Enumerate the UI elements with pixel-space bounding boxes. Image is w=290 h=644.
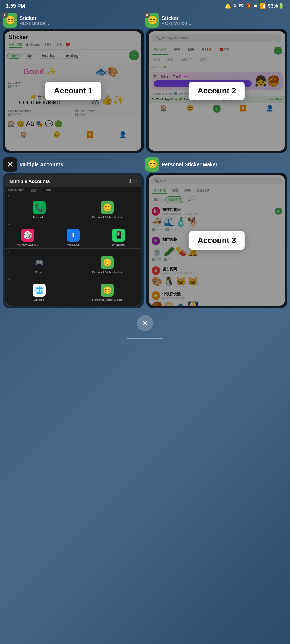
acc-facebook[interactable]: f Facebook (50, 226, 96, 248)
facebook-icon: f (67, 229, 80, 242)
multi-acc-header: Multiple Accounts ℹ ≡ (5, 175, 141, 187)
multi-app-info: Multiple Accounts (20, 162, 63, 167)
multi-acc-header-icons: ℹ ≡ (129, 178, 137, 184)
acc-steam[interactable]: 🎮 Steam (5, 254, 73, 276)
psm-label-4: Personal Sticker Maker (92, 271, 123, 274)
psm-icon-2: 😊 (101, 201, 114, 214)
acc-psm-4[interactable]: 😊 Personal Sticker Maker (73, 254, 141, 276)
status-icons: 🔔 ✕ ✉ 🔕 ⏺ 📶 93%🔋 (225, 3, 284, 9)
acc-header-xin: 信信 (31, 188, 37, 193)
acc-section-5: 5 🌐 Chrome 😊 Personal Sticker Maker (5, 276, 141, 304)
steam-icon: 🎮 (33, 256, 46, 269)
app-entry-4[interactable]: 😊 Personal Sticker Maker (145, 157, 287, 172)
acc-whatsapp[interactable]: 📱 WhatsApp (96, 226, 141, 248)
acc-section-4: 4 🎮 Steam 😊 Personal Sticker Maker (5, 249, 141, 276)
app-entry-3[interactable]: ✕ Multiple Accounts (3, 157, 145, 172)
psm-icon-4: 😊 (101, 256, 114, 269)
app-info-1: Sticker Packs(Multiple... (20, 15, 49, 25)
close-button[interactable]: ✕ (137, 315, 153, 331)
chrome-icon: 🌐 (33, 284, 46, 297)
truecaller-label: Truecaller (33, 216, 45, 219)
account-2-card[interactable]: 🔍 happy birthday 為你精選 動態 精選 熱門🔥 🧧新年 + 最新… (146, 29, 287, 153)
psm-app-icon: 😊 (145, 157, 160, 172)
acc-section-apps-5: 🌐 Chrome 😊 Personal Sticker Maker (5, 281, 141, 304)
acc-section-header-0: ShareChat 信信 Gmail (5, 187, 141, 194)
account-2-label: Account 2 (189, 82, 245, 100)
acc-num-4: 4 (5, 249, 141, 254)
multi-acc-card[interactable]: Multiple Accounts ℹ ≡ ShareChat 信信 Gmail… (3, 173, 144, 308)
mail-icon: ✉ (239, 3, 243, 9)
home-indicator-bar[interactable] (127, 338, 163, 339)
acc-psm-2[interactable]: 😊 Personal Sticker Maker (73, 199, 141, 221)
multi-app-icon: ✕ (3, 157, 17, 172)
multi-acc-app: Multiple Accounts ℹ ≡ ShareChat 信信 Gmail… (5, 175, 141, 306)
app-header-row: ✕ 😊 Sticker Packs(Multiple... ✕ 😊 Sticke… (0, 12, 290, 29)
app-name-1: Sticker (20, 15, 49, 21)
app-entry-1[interactable]: ✕ 😊 Sticker Packs(Multiple... (3, 13, 145, 28)
psm-label-5: Personal Sticker Maker (92, 298, 123, 301)
acc-num-2: 2 (5, 194, 141, 199)
close-icon: ✕ (233, 3, 237, 8)
app-sub-2: Packs(Multiple... (162, 21, 191, 25)
chrome-label: Chrome (34, 298, 44, 301)
monopoly-label: MONOPOLY GO (17, 243, 39, 246)
cards-grid-top: Sticker For you Animate HD LOVE❤️ ≡ New … (0, 29, 290, 153)
acc-section-apps-4: 🎮 Steam 😊 Personal Sticker Maker (5, 254, 141, 276)
facebook-label: Facebook (67, 243, 79, 246)
acc-section-apps-3: 🎲 MONOPOLY GO f Facebook 📱 WhatsApp (5, 226, 141, 248)
cards-grid-bottom: Multiple Accounts ℹ ≡ ShareChat 信信 Gmail… (0, 173, 290, 308)
close-app-2[interactable]: ✕ (144, 12, 150, 18)
account-1-label: Account 1 (45, 82, 101, 100)
multi-app-name: Multiple Accounts (20, 162, 63, 167)
add-account-row: + (5, 304, 141, 306)
app-header-row-2: ✕ Multiple Accounts 😊 Personal Sticker M… (0, 156, 290, 173)
steam-label: Steam (35, 271, 43, 274)
app-info-2: Sticker Packs(Multiple... (162, 15, 191, 25)
wifi-icon: 📶 (260, 3, 266, 9)
truecaller-icon: 📞 (33, 201, 46, 214)
record-icon: ⏺ (254, 4, 257, 8)
psm-app-name: Personal Sticker Maker (162, 162, 218, 167)
monopoly-icon: 🎲 (21, 229, 34, 242)
header-info-icon[interactable]: ℹ (129, 178, 131, 184)
section-divider (0, 153, 290, 156)
acc-num-3: 3 (5, 221, 141, 226)
whatsapp-icon: 📱 (112, 229, 125, 242)
multi-acc-title: Multiple Accounts (9, 179, 50, 184)
psm-label-2: Personal Sticker Maker (92, 216, 123, 219)
acc-section-2: 2 📞 Truecaller 😊 Personal Sticker Maker (5, 194, 141, 221)
app-name-2: Sticker (162, 15, 191, 21)
acc-header-gmail: Gmail (45, 188, 53, 193)
acc-num-5: 5 (5, 276, 141, 281)
whatsapp-label: WhatsApp (112, 243, 125, 246)
acc-truecaller[interactable]: 📞 Truecaller (5, 199, 73, 221)
mute-icon: 🔕 (245, 3, 252, 9)
bottom-close-bar: ✕ (0, 308, 290, 335)
acc-section-3: 3 🎲 MONOPOLY GO f Facebook 📱 WhatsApp (5, 221, 141, 249)
account-3-label: Account 3 (189, 231, 245, 250)
multi-acc-inner: Multiple Accounts ℹ ≡ ShareChat 信信 Gmail… (5, 175, 141, 306)
acc-psm-5[interactable]: 😊 Personal Sticker Maker (73, 281, 141, 304)
battery-display: 93%🔋 (268, 3, 284, 9)
acc-chrome[interactable]: 🌐 Chrome (5, 281, 73, 304)
psm-card[interactable]: 🔍 hello 為你精選 精選 動態 最多分享 最新 每日熱門 流行 ki (146, 173, 287, 308)
account-1-card[interactable]: Sticker For you Animate HD LOVE❤️ ≡ New … (3, 29, 144, 153)
header-menu-icon[interactable]: ≡ (134, 178, 137, 184)
psm-app-info: Personal Sticker Maker (162, 162, 218, 167)
time-display: 1:55 PM (6, 3, 25, 9)
acc-section-apps-2: 📞 Truecaller 😊 Personal Sticker Maker (5, 199, 141, 221)
app-entry-2[interactable]: ✕ 😊 Sticker Packs(Multiple... (145, 13, 287, 28)
status-bar: 1:55 PM 🔔 ✕ ✉ 🔕 ⏺ 📶 93%🔋 (0, 0, 290, 12)
notification-icon: 🔔 (225, 3, 231, 9)
app-sub-1: Packs(Multiple... (20, 21, 49, 25)
home-indicator[interactable] (0, 335, 290, 342)
psm-icon-5: 😊 (101, 284, 114, 297)
close-app-1[interactable]: ✕ (1, 12, 8, 18)
acc-header-sharechat: ShareChat (8, 188, 24, 193)
acc-monopoly[interactable]: 🎲 MONOPOLY GO (5, 226, 50, 248)
